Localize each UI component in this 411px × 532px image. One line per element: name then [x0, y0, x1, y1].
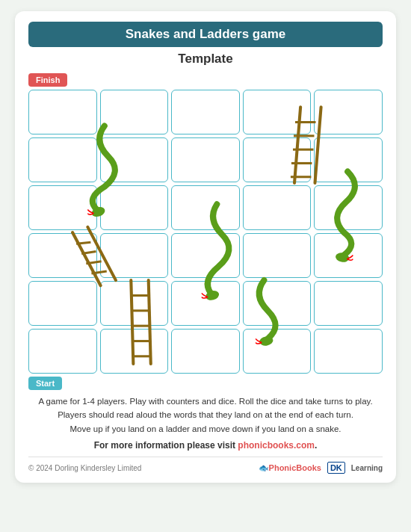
- cell-20: [314, 233, 383, 278]
- footer-logos: 🐟PhonicBooks DK Learning: [259, 462, 383, 474]
- learning-label: Learning: [351, 464, 383, 472]
- more-info: For more information please visit phonic…: [28, 440, 383, 451]
- cell-30: [314, 329, 383, 374]
- cell-15: [314, 185, 383, 230]
- game-grid: [28, 90, 383, 374]
- cell-4: [243, 90, 312, 134]
- cell-8: [171, 137, 240, 182]
- dk-logo: DK: [327, 462, 345, 474]
- subtitle: Template: [28, 52, 383, 66]
- phonic-books-link[interactable]: phonicbooks.com: [238, 440, 315, 451]
- start-button: Start: [28, 377, 62, 390]
- board-area: Finish: [28, 72, 383, 390]
- phonic-books-logo: 🐟PhonicBooks: [259, 463, 321, 473]
- game-description: A game for 1-4 players. Play with counte…: [28, 395, 383, 436]
- title-banner: Snakes and Ladders game: [28, 22, 383, 47]
- cell-19: [243, 233, 312, 278]
- cell-10: [314, 137, 383, 182]
- cell-28: [171, 329, 240, 374]
- cell-29: [243, 329, 312, 374]
- cell-1: [28, 90, 97, 134]
- finish-button: Finish: [28, 73, 67, 87]
- footer: © 2024 Dorling Kindersley Limited 🐟Phoni…: [28, 457, 383, 474]
- cell-3: [171, 90, 240, 134]
- cell-26: [28, 329, 97, 374]
- cell-13: [171, 185, 240, 230]
- cell-16: [28, 233, 97, 278]
- cell-22: [100, 281, 169, 326]
- cell-23: [171, 281, 240, 326]
- cell-11: [28, 185, 97, 230]
- footer-copyright: © 2024 Dorling Kindersley Limited: [28, 464, 141, 472]
- cell-9: [243, 137, 312, 182]
- cell-7: [100, 137, 169, 182]
- cell-6: [28, 137, 97, 182]
- cell-27: [100, 329, 169, 374]
- cell-25: [314, 281, 383, 326]
- cell-18: [171, 233, 240, 278]
- cell-5: [314, 90, 383, 134]
- cell-21: [28, 281, 97, 326]
- cell-17: [100, 233, 169, 278]
- cell-14: [243, 185, 312, 230]
- cell-24: [243, 281, 312, 326]
- cell-12: [100, 185, 169, 230]
- cell-2: [100, 90, 169, 134]
